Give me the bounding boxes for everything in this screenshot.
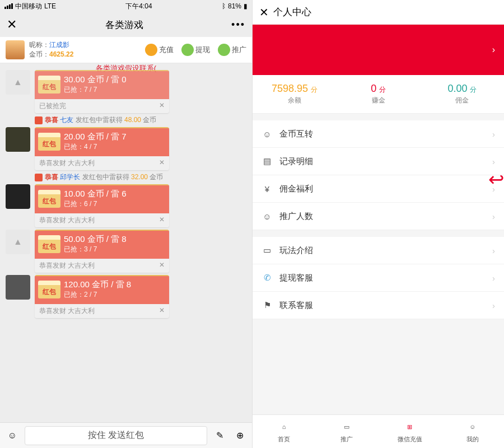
menu-coin-transfer[interactable]: ☺金币互转› xyxy=(253,120,504,148)
packet-progress: 已抢：4 / 7 xyxy=(64,142,164,152)
chevron-right-icon: › xyxy=(492,273,495,283)
smile-icon: ☺ xyxy=(262,211,273,222)
doc-icon: ▭ xyxy=(262,245,273,256)
chevron-right-icon: › xyxy=(492,45,495,55)
home-icon: ⌂ xyxy=(277,419,291,434)
packet-amount: 30.00 金币 / 雷 0 xyxy=(64,74,164,85)
red-packet[interactable]: 红包 20.00 金币 / 雷 7 已抢：4 / 7 恭喜发财 大吉大利✕ xyxy=(35,127,169,170)
chevron-right-icon: › xyxy=(492,301,495,310)
signal-icon xyxy=(4,3,13,9)
mute-icon: ✕ xyxy=(159,306,165,316)
page-title: 个人中心 xyxy=(273,6,311,18)
smile-icon: ☺ xyxy=(262,128,273,139)
menu-group-2: ▭玩法介绍› ✆提现客服› ⚑联系客服› xyxy=(253,237,504,319)
chevron-right-icon: › xyxy=(492,129,495,139)
sender-avatar[interactable]: ▲ xyxy=(6,70,30,95)
profile-banner[interactable]: › xyxy=(253,25,504,75)
withdraw-icon xyxy=(181,44,194,56)
close-icon[interactable]: ✕ xyxy=(259,6,269,19)
input-bar: ☺ 按住 发送红包 ✎ ⊕ xyxy=(0,422,252,448)
page-title: 各类游戏 xyxy=(105,18,143,31)
message-row: 红包 20.00 金币 / 雷 7 已抢：4 / 7 恭喜发财 大吉大利✕ xyxy=(6,127,246,170)
red-packet-badge: 红包 xyxy=(38,76,60,94)
stat-commission[interactable]: 0.00 分 佣金 xyxy=(420,83,504,105)
tools-icon[interactable]: ✎ xyxy=(212,428,227,444)
red-packet[interactable]: 红包 50.00 金币 / 雷 8 已抢：3 / 7 恭喜发财 大吉大利✕ xyxy=(35,230,169,273)
coin-label: 金币： xyxy=(29,50,49,58)
person-icon: ☺ xyxy=(465,419,480,434)
withdraw-button[interactable]: 提现 xyxy=(181,44,210,56)
packet-progress: 已抢：6 / 7 xyxy=(64,199,164,209)
tab-home[interactable]: ⌂首页 xyxy=(253,415,315,448)
sender-avatar[interactable] xyxy=(6,184,30,209)
menu-promote-count[interactable]: ☺推广人数› xyxy=(253,203,504,230)
list-icon: ▤ xyxy=(262,156,273,167)
tab-promote[interactable]: ▭推广 xyxy=(315,415,378,448)
mute-icon: ✕ xyxy=(159,158,165,168)
packet-amount: 120.00 金币 / 雷 8 xyxy=(64,279,164,290)
battery-label: 81% xyxy=(228,2,241,10)
promote-button[interactable]: 推广 xyxy=(218,44,246,56)
recharge-icon xyxy=(145,44,157,56)
message-row: 红包 10.00 金币 / 雷 6 已抢：6 / 7 恭喜发财 大吉大利✕ xyxy=(6,184,246,227)
plus-box-icon: ⊞ xyxy=(403,419,417,434)
tab-me[interactable]: ☺我的 xyxy=(441,415,504,448)
carrier-label: 中国移动 xyxy=(15,2,42,11)
sender-avatar[interactable] xyxy=(6,275,30,300)
hold-to-send-button[interactable]: 按住 发送红包 xyxy=(25,426,207,445)
message-row: ▲ 红包 30.00 金币 / 雷 0 已抢：7 / 7 已被抢完✕ xyxy=(6,70,246,113)
user-bar: 昵称：江成影 金币：4625.22 充值 提现 推广 xyxy=(0,37,252,63)
navbar-right: ✕ 个人中心 xyxy=(253,0,504,25)
bluetooth-icon: ᛒ xyxy=(222,2,226,10)
plus-icon[interactable]: ⊕ xyxy=(232,428,248,444)
packet-progress: 已抢：7 / 7 xyxy=(64,85,164,95)
mute-icon: ✕ xyxy=(159,216,165,225)
status-bar: 中国移动 LTE 下午4:04 ᛒ 81% ▮ xyxy=(0,0,252,12)
sender-avatar[interactable]: ▲ xyxy=(6,230,30,254)
chevron-right-icon: › xyxy=(492,212,495,221)
packet-amount: 50.00 金币 / 雷 8 xyxy=(64,234,164,245)
menu-howto[interactable]: ▭玩法介绍› xyxy=(253,237,504,264)
red-packet-badge: 红包 xyxy=(38,235,60,253)
packet-progress: 已抢：3 / 7 xyxy=(64,245,164,254)
chevron-right-icon: › xyxy=(492,246,495,255)
phone-icon: ✆ xyxy=(262,272,273,283)
message-row: 红包 120.00 金币 / 雷 8 已抢：2 / 7 恭喜发财 大吉大利✕ xyxy=(6,275,246,318)
mute-icon: ✕ xyxy=(159,261,165,270)
red-packet-badge: 红包 xyxy=(38,190,60,208)
packet-amount: 10.00 金币 / 雷 6 xyxy=(64,189,164,199)
red-packet[interactable]: 红包 120.00 金币 / 雷 8 已抢：2 / 7 恭喜发财 大吉大利✕ xyxy=(35,275,169,318)
red-packet[interactable]: 红包 30.00 金币 / 雷 0 已抢：7 / 7 已被抢完✕ xyxy=(35,70,169,113)
menu-records[interactable]: ▤记录明细› xyxy=(253,148,504,175)
nick-label: 昵称： xyxy=(29,41,49,49)
avatar[interactable] xyxy=(6,40,25,59)
tab-wechat-recharge[interactable]: ⊞微信充值 xyxy=(379,415,441,448)
packet-foot: 恭喜发财 大吉大利 xyxy=(39,306,95,316)
message-row: ▲ 红包 50.00 金币 / 雷 8 已抢：3 / 7 恭喜发财 大吉大利✕ xyxy=(6,230,246,273)
packet-amount: 20.00 金币 / 雷 7 xyxy=(64,132,164,142)
chevron-right-icon: › xyxy=(492,157,495,166)
chat-area[interactable]: 各类游戏假设联系( ▲ 红包 30.00 金币 / 雷 0 已抢：7 / 7 已… xyxy=(0,63,252,422)
packet-foot: 已被抢完 xyxy=(39,101,66,111)
system-notice: 恭喜 七友 发红包中雷获得 48.00 金币 xyxy=(35,115,246,125)
emoji-icon[interactable]: ☺ xyxy=(4,428,20,444)
sender-avatar[interactable] xyxy=(6,127,30,152)
coin-balance: 4625.22 xyxy=(49,50,73,58)
menu-withdraw-cs[interactable]: ✆提现客服› xyxy=(253,264,504,292)
stat-balance[interactable]: 7598.95 分 余额 xyxy=(253,83,337,105)
stats-row: 7598.95 分 余额 0 分 赚金 0.00 分 佣金 xyxy=(253,75,504,114)
tab-bar: ⌂首页 ▭推广 ⊞微信充值 ☺我的 xyxy=(253,414,504,448)
red-packet[interactable]: 红包 10.00 金币 / 雷 6 已抢：6 / 7 恭喜发财 大吉大利✕ xyxy=(35,184,169,227)
stat-earn[interactable]: 0 分 赚金 xyxy=(337,83,421,105)
back-arrow-icon[interactable]: ↩ xyxy=(488,168,504,190)
menu-commission[interactable]: ¥佣金福利› xyxy=(253,175,504,203)
key-icon: ▭ xyxy=(339,419,354,434)
packet-progress: 已抢：2 / 7 xyxy=(64,290,164,300)
menu-contact-cs[interactable]: ⚑联系客服› xyxy=(253,292,504,319)
clock-label: 下午4:04 xyxy=(125,2,152,11)
close-icon[interactable]: ✕ xyxy=(7,17,17,32)
more-icon[interactable]: ••• xyxy=(231,19,245,31)
system-notice: 恭喜 邱学长 发红包中雷获得 32.00 金币 xyxy=(35,172,246,182)
recharge-button[interactable]: 充值 xyxy=(145,44,174,56)
packet-foot: 恭喜发财 大吉大利 xyxy=(39,158,95,168)
